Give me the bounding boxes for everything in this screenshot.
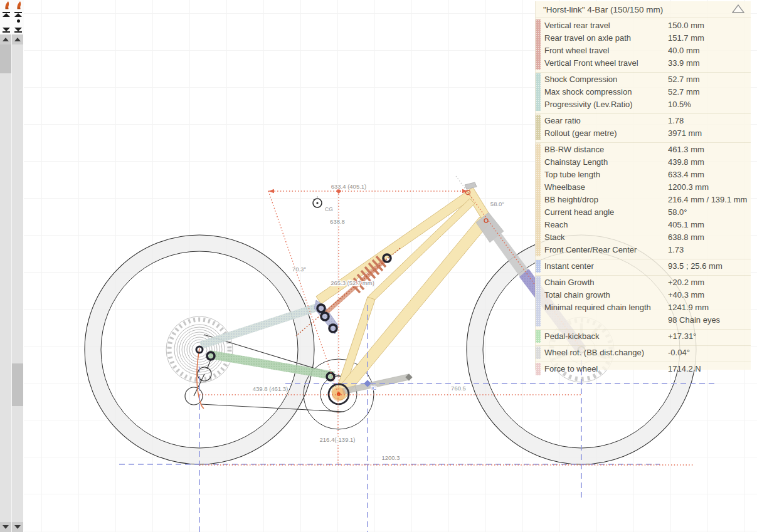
section-stripe <box>536 19 541 70</box>
panel-row: Progressivity (Lev.Ratio)10.5% <box>541 98 751 111</box>
panel-row: Force to wheel1714.2 N <box>541 363 751 375</box>
section-stripe <box>536 276 541 326</box>
rear-travel-scrollbar-thumb[interactable] <box>0 44 11 73</box>
panel-section: Gear ratio1.78Rollout (gear metre)3971 m… <box>536 113 751 140</box>
section-stripe <box>536 260 541 273</box>
travel-slider-header <box>0 0 24 34</box>
row-value: 93.5 ; 25.6 mm <box>668 260 751 273</box>
row-value: 33.9 mm <box>668 57 751 70</box>
row-value: 439.8 mm <box>668 156 751 169</box>
panel-row: Wheelbase1200.3 mm <box>541 181 751 194</box>
row-label: Stack <box>541 231 668 244</box>
row-label <box>541 314 668 326</box>
row-label: Gear ratio <box>541 115 668 127</box>
bottom-limit-icon <box>14 28 22 33</box>
panel-row: Shock Compression52.7 mm <box>541 73 751 86</box>
section-stripe <box>536 363 541 375</box>
row-label: Max shock compression <box>541 86 668 98</box>
rear-travel-control[interactable] <box>1 0 12 34</box>
row-value: 52.7 mm <box>668 86 751 98</box>
panel-row: Rear travel on axle path151.7 mm <box>541 32 751 44</box>
row-value: 98 Chain eyes <box>668 314 751 326</box>
row-label: Front Center/Rear Center <box>541 244 668 256</box>
panel-row: Gear ratio1.78 <box>541 115 751 127</box>
section-stripe <box>536 330 541 343</box>
section-stripe <box>536 143 541 256</box>
scroll-up-icon[interactable] <box>12 34 23 44</box>
panel-row: Rollout (gear metre)3971 mm <box>541 127 751 140</box>
row-label: Total chain growth <box>541 289 668 301</box>
rear-travel-scrollbar[interactable] <box>0 34 11 532</box>
bottom-limit-icon <box>3 28 10 33</box>
row-value: 1714.2 N <box>668 363 751 375</box>
row-value: 52.7 mm <box>668 73 751 86</box>
panel-row: Stack638.8 mm <box>541 231 751 244</box>
row-value: 461.3 mm <box>668 143 751 156</box>
damper-icon <box>15 1 23 9</box>
row-value: +40.3 mm <box>668 289 751 301</box>
label-chainstay: 439.8 (461.3) <box>253 385 289 392</box>
label-bb-height: 216.4(-139.1) <box>319 436 355 443</box>
panel-row: Chain Growth+20.2 mm <box>541 276 751 289</box>
cg-marker[interactable] <box>313 196 322 207</box>
panel-row: Minimal required chain length1241.9 mm <box>541 301 751 314</box>
panel-section: Shock Compression52.7 mmMax shock compre… <box>536 72 751 112</box>
row-value: 40.0 mm <box>668 44 751 57</box>
row-label: Progressivity (Lev.Ratio) <box>541 98 668 111</box>
label-shock-length: 265.3 (52.7 mm) <box>331 279 374 286</box>
triangle-up-icon <box>733 5 744 13</box>
panel-row: Total chain growth+40.3 mm <box>541 289 751 301</box>
panel-row: Current head angle58.0° <box>541 206 751 219</box>
section-stripe <box>536 347 541 359</box>
row-label: Wheelbase <box>541 181 668 194</box>
row-value: 58.0° <box>668 206 751 219</box>
row-value: 1200.3 mm <box>668 181 751 194</box>
label-seat-angle: 70.3° <box>292 266 306 273</box>
row-label: Instant center <box>541 260 668 273</box>
row-label: Top tube length <box>541 169 668 181</box>
panel-title: "Horst-link" 4-Bar (150/150 mm) <box>536 1 751 18</box>
label-cg: CG <box>325 206 333 212</box>
row-label: Chain Growth <box>541 276 668 289</box>
section-stripe <box>536 115 541 140</box>
row-value: 1241.9 mm <box>668 301 751 314</box>
row-value: +20.2 mm <box>668 276 751 289</box>
panel-section: Vertical rear travel150.0 mmRear travel … <box>536 19 751 70</box>
collapse-panel-button[interactable] <box>732 4 744 13</box>
panel-section: Chain Growth+20.2 mmTotal chain growth+4… <box>536 275 751 327</box>
label-ic: IC <box>371 385 376 391</box>
panel-row: Instant center93.5 ; 25.6 mm <box>541 260 751 273</box>
row-label: Current head angle <box>541 206 668 219</box>
label-top-tube: 633.4 (405.1) <box>331 183 367 190</box>
row-value: 10.5% <box>668 98 751 111</box>
label-wheelbase: 1200.3 <box>381 454 400 461</box>
panel-section: Wheel rot. (BB dist.change)-0.04° <box>536 345 751 360</box>
panel-row: 98 Chain eyes <box>541 314 751 326</box>
row-value: 1.73 <box>668 244 751 256</box>
row-value: 405.1 mm <box>668 219 751 231</box>
row-value: 151.7 mm <box>668 32 751 44</box>
panel-row: Front Center/Rear Center1.73 <box>541 244 751 256</box>
row-label: Rollout (gear metre) <box>541 127 668 140</box>
top-limit-icon <box>14 12 22 17</box>
front-travel-scrollbar[interactable] <box>12 34 23 532</box>
panel-row: Chainstay Length439.8 mm <box>541 156 751 169</box>
panel-row: Pedal-kickback+17.31° <box>541 330 751 343</box>
scroll-down-icon[interactable] <box>12 522 23 532</box>
panel-row: Max shock compression52.7 mm <box>541 86 751 98</box>
damper-icon <box>3 1 11 9</box>
frame-front-triangle <box>316 182 491 400</box>
panel-section: BB-RW distance461.3 mmChainstay Length43… <box>536 142 751 257</box>
panel-row: BB-RW distance461.3 mm <box>541 143 751 156</box>
panel-row: Vertical rear travel150.0 mm <box>541 19 751 32</box>
row-label: Vertical rear travel <box>541 19 668 32</box>
row-label: Reach <box>541 219 668 231</box>
front-travel-control[interactable] <box>13 0 24 34</box>
scroll-up-icon[interactable] <box>0 34 11 44</box>
panel-row: Vertical Front wheel travel33.9 mm <box>541 57 751 70</box>
row-label: Pedal-kickback <box>541 330 668 343</box>
panel-section: Pedal-kickback+17.31° <box>536 329 751 343</box>
row-label: Rear travel on axle path <box>541 32 668 44</box>
scroll-down-icon[interactable] <box>0 522 11 532</box>
front-travel-scrollbar-thumb[interactable] <box>12 363 23 406</box>
